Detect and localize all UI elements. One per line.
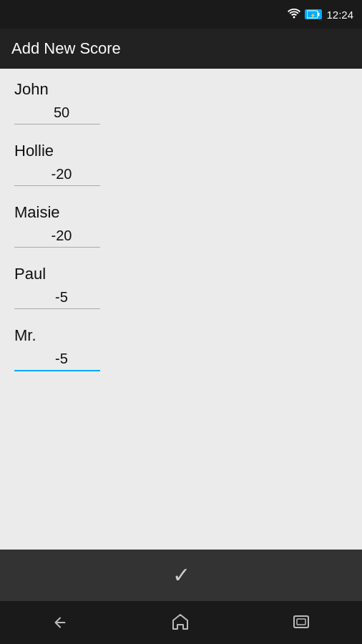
nav-bar xyxy=(0,601,362,644)
home-icon xyxy=(171,613,190,633)
back-button[interactable] xyxy=(37,610,83,635)
recents-icon xyxy=(292,614,310,632)
score-input-john[interactable] xyxy=(14,102,100,125)
main-content: John Hollie Maisie Paul Mr. xyxy=(0,69,362,550)
battery-icon: ⚡ xyxy=(305,9,322,19)
svg-rect-5 xyxy=(297,619,305,625)
confirm-button[interactable]: ✓ xyxy=(172,565,190,586)
page-title: Add New Score xyxy=(11,39,121,58)
score-input-wrapper-paul xyxy=(14,286,348,309)
player-name-hollie: Hollie xyxy=(14,142,348,160)
score-input-mr[interactable] xyxy=(14,348,100,371)
score-input-wrapper-john xyxy=(14,102,348,125)
score-entry-john: John xyxy=(14,80,348,125)
score-input-paul[interactable] xyxy=(14,286,100,309)
status-icons: ⚡ 12:24 xyxy=(288,9,353,21)
svg-rect-4 xyxy=(294,616,308,628)
player-name-maisie: Maisie xyxy=(14,203,348,222)
score-entry-hollie: Hollie xyxy=(14,142,348,186)
back-icon xyxy=(52,615,69,630)
score-entry-maisie: Maisie xyxy=(14,203,348,248)
player-name-paul: Paul xyxy=(14,265,348,283)
score-input-maisie[interactable] xyxy=(14,225,100,248)
action-bar: ✓ xyxy=(0,550,362,601)
home-button[interactable] xyxy=(157,608,204,638)
score-input-wrapper-hollie xyxy=(14,163,348,186)
score-entry-paul: Paul xyxy=(14,265,348,309)
player-name-john: John xyxy=(14,80,348,99)
score-input-hollie[interactable] xyxy=(14,163,100,186)
app-toolbar: Add New Score xyxy=(0,29,362,69)
recents-button[interactable] xyxy=(278,608,325,638)
player-name-mr: Mr. xyxy=(14,326,348,345)
wifi-icon xyxy=(288,9,300,21)
time-display: 12:24 xyxy=(326,9,353,21)
check-icon: ✓ xyxy=(172,565,190,586)
svg-rect-1 xyxy=(318,13,320,16)
svg-text:⚡: ⚡ xyxy=(310,12,316,19)
score-input-wrapper-mr xyxy=(14,348,348,371)
score-input-wrapper-maisie xyxy=(14,225,348,248)
status-bar: ⚡ 12:24 xyxy=(0,0,362,29)
score-entry-mr: Mr. xyxy=(14,326,348,371)
